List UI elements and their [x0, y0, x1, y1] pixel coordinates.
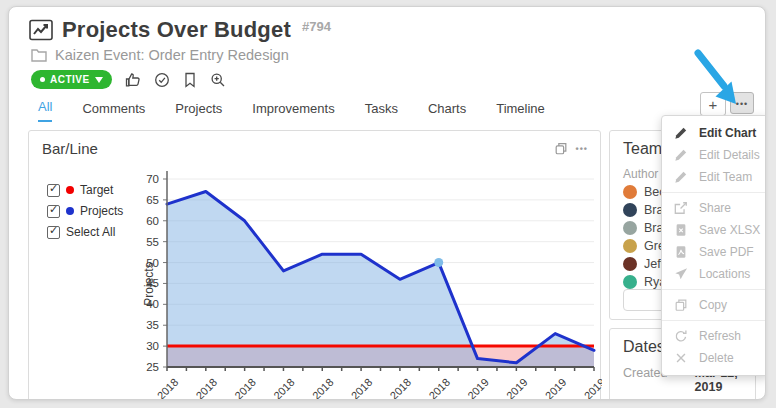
svg-text:70: 70	[146, 173, 159, 185]
chart-legend: TargetProjectsSelect All	[47, 183, 123, 239]
legend-item-projects[interactable]: Projects	[47, 204, 123, 218]
legend-label: Target	[80, 183, 113, 197]
tab-bar: AllCommentsProjectsImprovementsTasksChar…	[38, 98, 765, 122]
menu-item-label: Edit Team	[699, 170, 752, 184]
tab-projects[interactable]: Projects	[175, 101, 222, 122]
page-title: Projects Over Budget	[62, 17, 291, 43]
legend-item-target[interactable]: Target	[47, 183, 123, 197]
tab-comments[interactable]: Comments	[82, 101, 145, 122]
checkbox-icon[interactable]	[47, 205, 60, 218]
record-header: Projects Over Budget #794 Kaizen Event: …	[9, 7, 765, 89]
chart-more-icon[interactable]: •••	[576, 144, 588, 154]
page: { "ui": {"plus_glyph": "+", "ellipsis_gl…	[0, 0, 776, 408]
legend-item-select-all[interactable]: Select All	[47, 225, 123, 239]
menu-item-edit-details[interactable]: Edit Details	[662, 144, 766, 166]
tab-improvements[interactable]: Improvements	[252, 101, 334, 122]
avatar	[623, 185, 637, 199]
menu-item-save-pdf[interactable]: Save PDF	[662, 241, 766, 263]
avatar	[623, 203, 637, 217]
menu-item-label: Save PDF	[699, 245, 754, 259]
tab-charts[interactable]: Charts	[428, 101, 466, 122]
series-dot-icon	[66, 186, 74, 194]
avatar	[623, 275, 637, 289]
check-circle-icon[interactable]	[154, 72, 170, 88]
menu-item-share[interactable]: Share	[662, 197, 766, 219]
series-dot-icon	[66, 207, 74, 215]
chart-panel-title: Bar/Line	[42, 140, 98, 157]
tab-tasks[interactable]: Tasks	[365, 101, 398, 122]
svg-text:60: 60	[146, 215, 159, 227]
svg-text:65: 65	[146, 194, 159, 206]
legend-label: Projects	[80, 204, 123, 218]
file-xlsx-icon	[674, 223, 688, 237]
paper-plane-icon	[674, 267, 688, 281]
tab-all[interactable]: All	[38, 99, 52, 122]
thumbs-up-icon[interactable]	[125, 72, 141, 88]
folder-icon	[31, 48, 47, 62]
record-card: Projects Over Budget #794 Kaizen Event: …	[8, 6, 766, 400]
more-actions-button[interactable]: •••	[730, 92, 754, 114]
menu-item-label: Copy	[699, 298, 727, 312]
svg-text:35: 35	[146, 319, 159, 331]
chart-canvas[interactable]: 25303540455055606570Sep 12, 2018Sep 26, …	[29, 159, 600, 400]
menu-item-label: Edit Details	[699, 148, 760, 162]
status-dot-icon	[40, 77, 45, 82]
svg-text:55: 55	[146, 236, 159, 248]
menu-item-delete[interactable]: Delete	[662, 347, 766, 369]
breadcrumb-label: Kaizen Event: Order Entry Redesign	[55, 47, 289, 63]
avatar	[623, 239, 637, 253]
menu-item-label: Save XLSX	[699, 223, 760, 237]
menu-item-edit-team[interactable]: Edit Team	[662, 166, 766, 188]
avatar	[623, 257, 637, 271]
menu-item-locations[interactable]: Locations	[662, 263, 766, 285]
menu-divider	[662, 289, 766, 290]
checkbox-icon[interactable]	[47, 226, 60, 239]
copy-chart-icon[interactable]	[554, 141, 568, 156]
copy-icon	[674, 298, 688, 312]
chevron-down-icon	[95, 77, 103, 83]
record-id: #794	[302, 19, 331, 34]
zoom-in-icon[interactable]	[210, 72, 226, 88]
menu-item-refresh[interactable]: Refresh	[662, 325, 766, 347]
svg-text:25: 25	[146, 361, 159, 373]
menu-item-edit-chart[interactable]: Edit Chart	[662, 122, 766, 144]
menu-item-label: Refresh	[699, 329, 741, 343]
tab-timeline[interactable]: Timeline	[496, 101, 545, 122]
status-badge[interactable]: ACTIVE	[31, 70, 112, 89]
chart-panel: Bar/Line ••• 25303540455055606570Sep 12,…	[28, 130, 601, 400]
menu-item-label: Locations	[699, 267, 750, 281]
more-actions-menu: Edit ChartEdit DetailsEdit TeamShareSave…	[661, 115, 766, 376]
file-pdf-icon	[674, 245, 688, 259]
menu-divider	[662, 320, 766, 321]
menu-item-save-xlsx[interactable]: Save XLSX	[662, 219, 766, 241]
svg-text:Sep 12, 2018: Sep 12, 2018	[126, 376, 181, 400]
share-icon	[674, 201, 688, 215]
svg-text:30: 30	[146, 340, 159, 352]
y-axis-label: Projects	[142, 262, 156, 305]
menu-divider	[662, 192, 766, 193]
pencil-icon	[674, 170, 688, 184]
legend-label: Select All	[66, 225, 115, 239]
line-chart-icon	[29, 19, 53, 41]
bookmark-icon[interactable]	[183, 72, 197, 88]
refresh-icon	[674, 329, 688, 343]
x-icon	[674, 351, 688, 365]
breadcrumb[interactable]: Kaizen Event: Order Entry Redesign	[31, 47, 745, 63]
menu-item-label: Share	[699, 201, 731, 215]
add-button[interactable]: +	[700, 92, 726, 116]
pencil-icon	[674, 126, 688, 140]
checkbox-icon[interactable]	[47, 184, 60, 197]
menu-item-copy[interactable]: Copy	[662, 294, 766, 316]
avatar	[623, 221, 637, 235]
menu-item-label: Edit Chart	[699, 126, 756, 140]
pencil-icon	[674, 148, 688, 162]
status-label: ACTIVE	[50, 74, 90, 85]
menu-item-label: Delete	[699, 351, 734, 365]
